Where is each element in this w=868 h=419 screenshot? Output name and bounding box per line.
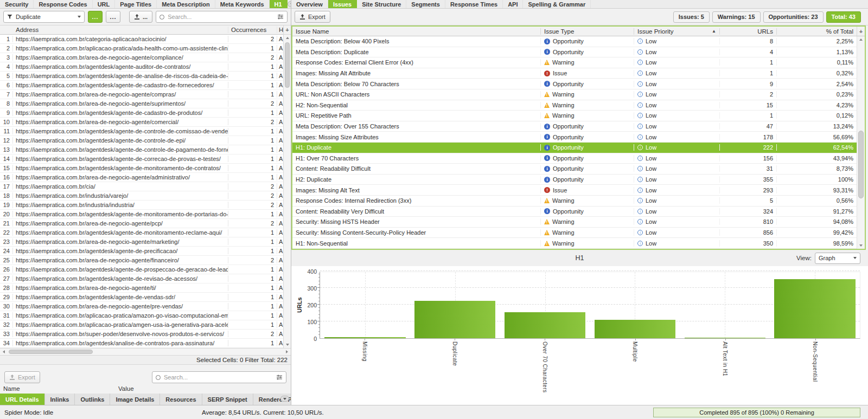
chart-bar[interactable]	[685, 338, 765, 338]
issue-row[interactable]: Security: Missing Content-Security-Polic…	[292, 228, 857, 238]
tab-api[interactable]: API	[503, 0, 523, 8]
issue-row[interactable]: H1: DuplicateiOpportunity↓Low22262,54%	[292, 143, 857, 153]
table-row[interactable]: 10https://iaempratica.com.br/area-de-neg…	[0, 118, 283, 127]
scroll-up-arrow[interactable]	[857, 36, 865, 43]
table-row[interactable]: 9https://iaempratica.com.br/agentdesk/ag…	[0, 108, 283, 118]
table-row[interactable]: 7https://iaempratica.com.br/area-de-nego…	[0, 90, 283, 99]
issue-row[interactable]: Meta Description: Over 155 CharactersiOp…	[292, 121, 857, 132]
table-row[interactable]: 22https://iaempratica.com.br/agentdesk/a…	[0, 228, 283, 237]
table-row[interactable]: 25https://iaempratica.com.br/area-de-neg…	[0, 256, 283, 265]
table-row[interactable]: 33https://iaempratica.com.br/super-poder…	[0, 330, 283, 339]
tab-h1[interactable]: H1	[270, 0, 288, 8]
issue-row[interactable]: Meta Description: Below 400 PixelsiOppor…	[292, 36, 857, 47]
scroll-down-arrow[interactable]	[284, 341, 291, 348]
scrollbar-thumb[interactable]	[285, 42, 290, 88]
scroll-right-arrow[interactable]	[283, 349, 291, 355]
table-row[interactable]: 21https://iaempratica.com.br/area-de-neg…	[0, 219, 283, 228]
issue-row[interactable]: Meta Description: Below 70 CharactersiOp…	[292, 79, 857, 89]
tab-segments[interactable]: Segments	[406, 0, 445, 8]
tab-response-times[interactable]: Response Times	[445, 0, 503, 8]
chart-bar[interactable]	[774, 279, 855, 338]
table-row[interactable]: 14https://iaempratica.com.br/agentdesk/a…	[0, 154, 283, 164]
issues-scroll-track[interactable]	[857, 43, 865, 242]
scrollbar-thumb[interactable]	[858, 131, 864, 198]
issue-row[interactable]: Images: Missing Alt Attribute!Issue↓Low1…	[292, 68, 857, 79]
view-dropdown[interactable]: Graph	[815, 253, 860, 264]
table-row[interactable]: 20https://iaempratica.com.br/agentdesk/a…	[0, 210, 283, 219]
chart-bar[interactable]	[595, 320, 675, 338]
issue-row[interactable]: Security: Missing HSTS Header!Warning↓Lo…	[292, 217, 857, 228]
issues-vertical-scrollbar[interactable]	[857, 36, 865, 249]
issue-row[interactable]: Response Codes: External Client Error (4…	[292, 57, 857, 68]
tab-response-codes[interactable]: Response Codes	[34, 0, 92, 8]
filter-settings-icon[interactable]	[276, 374, 283, 381]
issue-row[interactable]: Content: Readability DifficultiOpportuni…	[292, 164, 857, 175]
hscrollbar-thumb[interactable]	[9, 350, 93, 354]
clipped-column-header[interactable]: H	[277, 27, 283, 33]
issue-row[interactable]: H2: DuplicateiOpportunity↓Low355100%	[292, 175, 857, 185]
count-issues[interactable]: Issues: 5	[673, 11, 710, 23]
table-row[interactable]: 15https://iaempratica.com.br/agentdesk/a…	[0, 164, 283, 173]
issue-row[interactable]: H1: Non-Sequential!Warning↓Low35098,59%	[292, 238, 857, 249]
issue-row[interactable]: Meta Description: DuplicateiOpportunity↓…	[292, 47, 857, 58]
bottom-tab-url-details[interactable]: URL Details	[0, 394, 45, 405]
issue-type-header[interactable]: Issue Type	[540, 28, 634, 35]
table-row[interactable]: 5https://iaempratica.com.br/agentdesk/ag…	[0, 72, 283, 81]
table-row[interactable]: 2https://iaempratica.com.br/aplicacao-pr…	[0, 44, 283, 53]
table-row[interactable]: 28https://iaempratica.com.br/area-de-neg…	[0, 283, 283, 293]
tab-site-structure[interactable]: Site Structure	[357, 0, 406, 8]
issue-priority-header[interactable]: Issue Priority ▲	[634, 28, 719, 35]
pct-of-total-header[interactable]: % of Total	[776, 28, 857, 35]
column-settings-icon[interactable]: +	[857, 27, 865, 36]
table-row[interactable]: 34https://iaempratica.com.br/agentdesk/a…	[0, 339, 283, 348]
count-total[interactable]: Total: 43	[826, 11, 861, 23]
scroll-left-arrow[interactable]	[0, 349, 8, 355]
tab-spelling-grammar[interactable]: Spelling & Grammar	[523, 0, 591, 8]
issue-row[interactable]: Content: Readability Very DifficultiOppo…	[292, 207, 857, 217]
search-input[interactable]	[168, 14, 274, 20]
column-settings-icon[interactable]: +	[284, 25, 291, 35]
table-row[interactable]: 26https://iaempratica.com.br/agentdesk/a…	[0, 265, 283, 274]
sort-ascending-icon[interactable]: ▲	[712, 29, 716, 34]
tab-url[interactable]: URL	[93, 0, 116, 8]
bottom-export-button[interactable]: Export	[4, 371, 40, 383]
scroll-down-arrow[interactable]	[857, 242, 865, 249]
table-row[interactable]: 32https://iaempratica.com.br/aplicacao-p…	[0, 320, 283, 330]
filter-more-button[interactable]: ...	[106, 11, 120, 23]
issue-row[interactable]: Response Codes: Internal Redirection (3x…	[292, 196, 857, 207]
left-tabs-overflow-button[interactable]	[288, 0, 291, 8]
table-row[interactable]: 1https://iaempratica.com.br/categoria-ap…	[0, 35, 283, 44]
table-row[interactable]: 3https://iaempratica.com.br/area-de-nego…	[0, 53, 283, 62]
filter-config-button[interactable]: ...	[88, 11, 103, 23]
table-row[interactable]: 24https://iaempratica.com.br/agentdesk/a…	[0, 247, 283, 256]
chart-bar[interactable]	[324, 337, 405, 338]
issues-export-button[interactable]: Export	[295, 11, 330, 23]
table-row[interactable]: 17https://iaempratica.com.br/cia/2A	[0, 182, 283, 191]
issue-row[interactable]: Images: Missing Alt Text!Issue↓Low29393,…	[292, 185, 857, 196]
tab-meta-keywords[interactable]: Meta Keywords	[215, 0, 270, 8]
left-scroll-track[interactable]	[284, 41, 291, 341]
table-row[interactable]: 27https://iaempratica.com.br/agentdesk/a…	[0, 274, 283, 283]
tab-security[interactable]: Security	[0, 0, 34, 8]
tab-page-titles[interactable]: Page Titles	[115, 0, 157, 8]
table-row[interactable]: 8https://iaempratica.com.br/area-de-nego…	[0, 99, 283, 108]
bottom-search-input[interactable]	[164, 374, 273, 381]
left-horizontal-scrollbar[interactable]	[0, 348, 291, 355]
chart-bar[interactable]	[414, 301, 495, 338]
table-row[interactable]: 16https://iaempratica.com.br/area-de-neg…	[0, 173, 283, 182]
issue-name-header[interactable]: Issue Name	[292, 28, 540, 35]
bottom-tab-image-details[interactable]: Image Details	[110, 394, 160, 405]
table-row[interactable]: 13https://iaempratica.com.br/agentdesk/a…	[0, 145, 283, 154]
tab-overview[interactable]: Overview	[291, 0, 328, 8]
chart-bar[interactable]	[505, 312, 585, 338]
filter-dropdown[interactable]: Duplicate	[3, 11, 85, 23]
count-warnings[interactable]: Warnings: 15	[712, 11, 761, 23]
issue-row[interactable]: URL: Non ASCII Characters!Warning↓Low20,…	[292, 89, 857, 100]
table-row[interactable]: 23https://iaempratica.com.br/area-de-neg…	[0, 237, 283, 247]
table-row[interactable]: 30https://iaempratica.com.br/area-de-neg…	[0, 302, 283, 311]
bottom-tab-inlinks[interactable]: Inlinks	[45, 394, 75, 405]
issue-row[interactable]: H2: Non-Sequential!Warning↓Low154,23%	[292, 100, 857, 111]
bottom-tab-resources[interactable]: Resources	[160, 394, 202, 405]
occurrences-header[interactable]: Occurrences	[228, 27, 277, 33]
table-row[interactable]: 31https://iaempratica.com.br/aplicacao-p…	[0, 311, 283, 320]
